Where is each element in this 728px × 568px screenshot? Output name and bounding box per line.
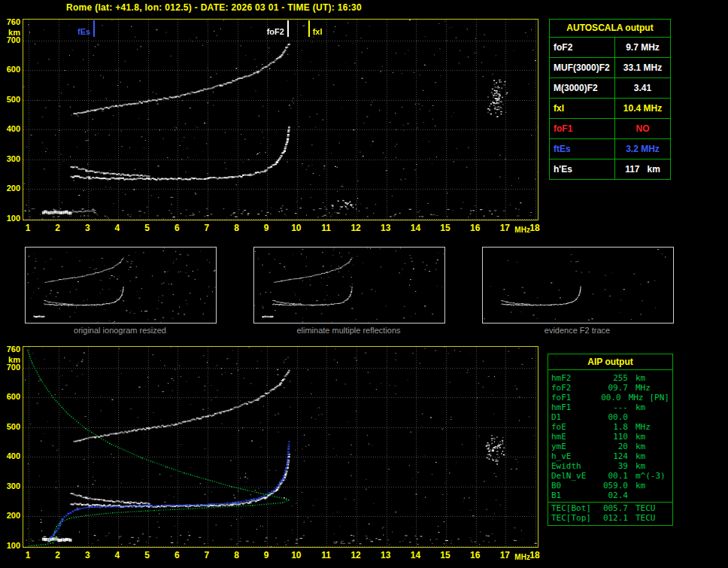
aip-value: 00.0 <box>595 393 621 402</box>
autoscala-param: foF1 <box>550 119 615 138</box>
aip-unit <box>628 412 635 422</box>
aip-row-1: foF209.7MHz <box>548 383 672 393</box>
aip-row-14: TEC[Top]012.1TECU <box>548 513 672 523</box>
mini-panel-evidence-f2-trace <box>482 247 674 323</box>
aip-row-13: TEC[Bot]005.7TECU <box>548 502 672 513</box>
autoscala-value: 117 km <box>615 159 670 179</box>
x-tick-label: 15 <box>440 223 450 233</box>
aip-value: 39 <box>599 461 628 471</box>
x-tick-label: 7 <box>205 223 210 233</box>
autoscala-value: 3.41 <box>615 78 670 98</box>
autoscala-value: 33.1 MHz <box>615 58 670 77</box>
autoscala-row-6: h'Es117 km <box>550 159 670 179</box>
x-tick-label: 10 <box>291 550 301 560</box>
aip-value: 1.8 <box>599 422 628 432</box>
aip-unit: km <box>628 432 645 442</box>
aip-row-9: Ewidth39km <box>548 461 672 471</box>
autoscala-value: 9.7 MHz <box>615 38 670 57</box>
aip-row-11: B0059.0km <box>548 481 672 491</box>
x-tick-label: 5 <box>144 550 150 560</box>
x-tick-label: 13 <box>381 223 390 233</box>
aip-param: D1 <box>551 412 599 422</box>
autoscala-param: MUF(3000)F2 <box>550 58 615 77</box>
y-tick-label: 200 <box>0 511 20 520</box>
aip-row-10: DelN_vE00.1m^(-3) <box>548 471 672 481</box>
marker-label-fxI: fxI <box>313 27 323 36</box>
x-tick-label: 9 <box>264 550 269 560</box>
x-tick-label: 8 <box>234 550 239 560</box>
marker-line-foF2 <box>287 20 289 37</box>
y-tick-label: 600 <box>0 392 20 401</box>
aip-unit: TECU <box>628 513 656 523</box>
aip-value: 012.1 <box>599 513 628 523</box>
aip-ionogram-canvas <box>23 346 538 548</box>
y-tick-label: 200 <box>0 184 20 193</box>
autoscala-value: 3.2 MHz <box>615 139 670 159</box>
y-tick-label: 100 <box>0 541 20 550</box>
aip-param: TEC[Bot] <box>551 503 599 513</box>
autoscala-row-5: ftEs3.2 MHz <box>550 139 670 159</box>
aip-param: DelN_vE <box>551 471 599 481</box>
x-tick-label: 9 <box>264 223 269 233</box>
aip-unit: MHz <box>628 422 651 432</box>
y-axis-unit-label: km <box>0 28 20 37</box>
x-tick-label: 1 <box>26 223 31 233</box>
x-tick-label: 11 <box>321 223 331 233</box>
y-tick-label: 500 <box>0 422 20 431</box>
x-tick-label: 11 <box>321 550 331 560</box>
aip-unit: km <box>628 442 645 451</box>
marker-line-fxI <box>308 20 310 37</box>
aip-param: hmE <box>551 432 599 442</box>
y-axis-unit-label: km <box>0 355 20 364</box>
aip-value: --- <box>599 402 628 412</box>
aip-unit: m^(-3) <box>628 471 666 481</box>
aip-value: 20 <box>599 442 628 451</box>
aip-row-12: B102.4 <box>548 491 672 500</box>
aip-param: foE <box>551 422 599 432</box>
aip-unit: MHz <box>621 393 644 402</box>
x-tick-label: 1 <box>26 550 31 560</box>
main-ionogram-canvas <box>23 19 538 220</box>
x-tick-label: 2 <box>55 223 60 233</box>
autoscala-row-1: MUF(3000)F233.1 MHz <box>550 58 670 78</box>
aip-row-8: h_vE124km <box>548 451 672 461</box>
x-tick-label: 14 <box>411 223 420 233</box>
x-tick-label: 12 <box>350 223 360 233</box>
mini-caption: original ionogram resized <box>25 326 215 335</box>
aip-value: 09.7 <box>599 383 628 393</box>
autoscala-param: fxI <box>550 99 615 118</box>
y-tick-label: 600 <box>0 65 20 74</box>
x-tick-label: 14 <box>411 550 420 560</box>
aip-unit: km <box>628 373 645 383</box>
aip-param: h_vE <box>551 451 599 461</box>
mini-caption: eliminate multiple reflections <box>253 326 444 335</box>
x-tick-label: 6 <box>174 550 180 560</box>
aip-unit <box>628 491 635 500</box>
x-tick-label: 16 <box>470 223 480 233</box>
marker-label-fEs: fEs <box>77 27 90 36</box>
aip-value: 00.1 <box>599 471 628 481</box>
aip-table-rows: hmF2255kmfoF209.7MHzfoF100.0MHz[PN]hmF1-… <box>548 373 672 523</box>
autoscala-value: NO <box>615 119 670 138</box>
autoscala-value: 10.4 MHz <box>615 99 670 118</box>
aip-value: 02.4 <box>599 491 628 500</box>
aip-row-4: D100.0 <box>548 412 672 422</box>
x-axis-unit-label: MHz <box>514 553 530 561</box>
x-tick-label: 15 <box>440 550 450 560</box>
x-tick-label: 2 <box>55 550 60 560</box>
aip-param: TEC[Top] <box>551 513 599 523</box>
y-tick-label: 760 <box>0 345 20 354</box>
x-tick-label: 5 <box>144 223 150 233</box>
aip-param: ymE <box>551 442 599 451</box>
y-tick-label: 500 <box>0 95 20 104</box>
autoscala-app-screen: Rome (lat: +41.8, lon: 012.5) - DATE: 20… <box>0 0 728 568</box>
aip-value: 124 <box>599 451 628 461</box>
x-tick-label: 12 <box>350 550 360 560</box>
mini-panel-eliminate-multiples <box>253 247 445 323</box>
aip-param: foF2 <box>551 383 599 393</box>
mini-panel-original-ionogram <box>25 247 217 323</box>
x-axis-unit-label: MHz <box>514 226 530 234</box>
y-tick-label: 400 <box>0 451 20 460</box>
aip-param: B0 <box>551 481 599 491</box>
x-tick-label: 3 <box>85 223 90 233</box>
